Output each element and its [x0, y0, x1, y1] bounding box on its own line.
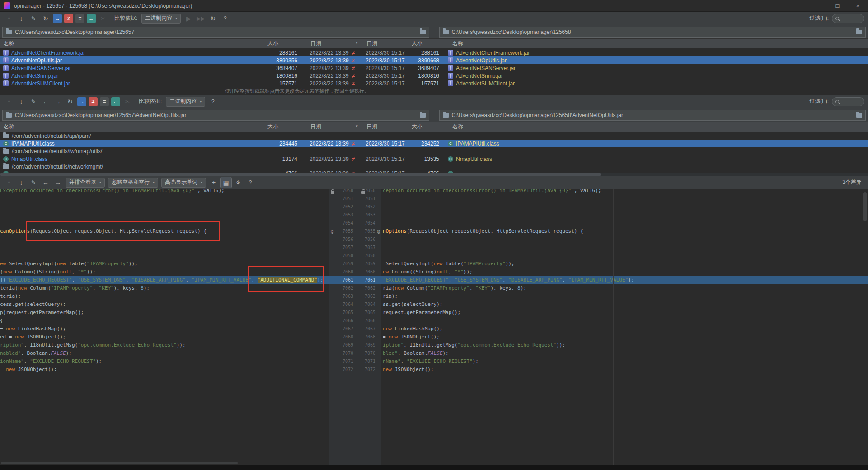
column-header-op[interactable]: * — [348, 122, 359, 132]
edit-icon[interactable]: ✎ — [28, 13, 39, 24]
prev-diff-button[interactable]: ↑ — [4, 177, 14, 188]
browse-folder-icon[interactable] — [856, 113, 862, 118]
minimize-button[interactable]: — — [807, 0, 827, 12]
table-row[interactable]: AdventNetSUMClient.jar 157571 2022/8/22 … — [0, 80, 868, 87]
column-header-name[interactable]: 名称 — [0, 122, 260, 132]
prev-diff-button[interactable]: ↑ — [4, 13, 14, 24]
diff-line[interactable]: = new LinkedHashMap(); 7067 7067 new Lin… — [0, 325, 868, 333]
filter-box[interactable] — [832, 97, 864, 106]
grid-view-icon[interactable]: ▦ — [221, 177, 231, 188]
equal-button[interactable]: = — [100, 97, 109, 106]
next-diff-button[interactable]: ↓ — [16, 13, 27, 24]
table-row[interactable]: CIPAMAPIUtil.class 234445 2022/8/22 13:3… — [0, 140, 868, 147]
next-diff-button[interactable]: ↓ — [16, 96, 27, 107]
next-diff-button[interactable]: ↓ — [16, 177, 27, 188]
left-dir-path-field[interactable]: C:\Users\qweasdzxc\Desktop\opmanager\125… — [2, 27, 429, 38]
column-header-name[interactable]: 名称 — [445, 39, 868, 48]
filter-input[interactable] — [841, 99, 861, 105]
copy-left-button[interactable]: ← — [87, 14, 96, 23]
diff-line[interactable]: ionName", "EXCLUDE_ECHO_REQUEST"); 7071 … — [0, 357, 868, 366]
scissors-icon[interactable]: ✂ — [98, 13, 108, 24]
apply-button[interactable]: ▶ — [183, 13, 194, 24]
edit-icon[interactable]: ✎ — [28, 96, 39, 107]
compare-mode-dropdown[interactable]: 二进制内容 ▾ — [166, 97, 205, 107]
compare-mode-dropdown[interactable]: 二进制内容 ▾ — [141, 14, 181, 24]
horizontal-scrollbar[interactable] — [1, 462, 238, 464]
help-button[interactable]: ? — [245, 177, 256, 188]
edit-icon[interactable]: ✎ — [28, 177, 39, 188]
diff-line[interactable]: 7057 7057 — [0, 244, 868, 252]
collapse-unchanged-icon[interactable]: ÷ — [208, 177, 219, 188]
diff-line[interactable]: nabled", Boolean.FALSE); 7070 7070 bled"… — [0, 349, 868, 357]
table-row[interactable]: AdventNetOpUtils.jar 3890356 2022/8/22 1… — [0, 56, 868, 64]
equal-button[interactable]: = — [75, 14, 84, 23]
prev-diff-button[interactable]: ↑ — [4, 96, 14, 107]
viewer-mode-dropdown[interactable]: 并排查看器 ▾ — [66, 178, 105, 188]
diff-line[interactable]: = new JSONObject(); 7072 7072 new JSONOb… — [0, 366, 868, 374]
diff-line[interactable]: ription", I18nUtil.getMsg("opu.common.Ex… — [0, 341, 868, 349]
not-equal-button[interactable]: ≠ — [64, 14, 73, 23]
diff-line[interactable]: teria); 7063 7063 ria); — [0, 292, 868, 301]
browse-folder-icon[interactable] — [420, 30, 426, 34]
column-header-size[interactable]: 大小 — [404, 122, 445, 132]
diff-line[interactable]: p)request.getParameterMap(); 7065 7065 r… — [0, 309, 868, 317]
maximize-button[interactable]: □ — [827, 0, 848, 12]
copy-right-button[interactable]: → — [77, 97, 86, 106]
column-header-name[interactable]: 名称 — [0, 39, 260, 48]
sync-icon[interactable]: ↻ — [207, 13, 218, 24]
filter-input[interactable] — [841, 15, 861, 22]
gear-icon[interactable]: ⚙ — [233, 177, 244, 188]
highlight-mode-dropdown[interactable]: 高亮显示单词 ▾ — [161, 178, 206, 188]
forward-button[interactable]: → — [52, 96, 63, 107]
refresh-icon[interactable]: ↻ — [65, 96, 75, 107]
diff-line[interactable]: Exception occurred in checkForAssError()… — [0, 189, 868, 195]
diff-line[interactable]: ]{"EXCLUDE_ECHO_REQUEST", "USE_SYSTEM_DN… — [0, 276, 868, 284]
column-header-name[interactable]: 名称 — [445, 122, 868, 132]
diff-line[interactable]: 7051 7051 — [0, 195, 868, 203]
table-row[interactable]: C 4766 2022/8/22 13:39 ≠ 2022/8/30 15:17… — [0, 170, 868, 173]
help-button[interactable]: ? — [220, 13, 230, 24]
help-button[interactable]: ? — [207, 96, 218, 107]
column-header-size[interactable]: 大小 — [260, 122, 303, 132]
not-equal-button[interactable]: ≠ — [89, 97, 98, 106]
copy-left-button[interactable]: ← — [111, 97, 120, 106]
whitespace-mode-dropdown[interactable]: 忽略空格和空行 ▾ — [108, 178, 158, 188]
column-header-date[interactable]: 日期 — [303, 122, 348, 132]
table-row[interactable]: AdventNetSnmp.jar 1800816 2022/8/22 13:3… — [0, 72, 868, 80]
diff-line[interactable]: ed = new JSONObject(); 7068 7068 = new J… — [0, 333, 868, 341]
column-header-date[interactable]: 日期 — [303, 39, 348, 48]
table-row[interactable]: AdventNetClientFramework.jar 288161 2022… — [0, 49, 868, 56]
close-button[interactable]: × — [848, 0, 868, 12]
directory-row[interactable]: /com/adventnet/netutils/fw/nmap/utils/ — [0, 147, 868, 155]
diff-line[interactable]: { 7066 7066 — [0, 317, 868, 325]
apply-all-button[interactable]: ▶▶ — [195, 13, 206, 24]
left-jar-path-field[interactable]: C:\Users\qweasdzxc\Desktop\opmanager\125… — [2, 110, 429, 121]
directory-row[interactable]: /com/adventnet/netutils/api/ipam/ — [0, 132, 868, 140]
copy-right-button[interactable]: → — [53, 14, 62, 23]
directory-row[interactable]: /com/adventnet/netutils/networkmgmt/ — [0, 163, 868, 170]
back-button[interactable]: ← — [40, 96, 51, 107]
browse-folder-icon[interactable] — [856, 30, 862, 34]
right-dir-path-field[interactable]: C:\Users\qweasdzxc\Desktop\opmanager\125… — [439, 27, 866, 38]
diff-line[interactable]: 7053 7053 — [0, 211, 868, 219]
column-header-size[interactable]: 大小 — [260, 39, 303, 48]
diff-line[interactable]: teria(new Column("IPAMProperty", "KEY"),… — [0, 284, 868, 292]
column-header-date[interactable]: 日期 — [359, 122, 404, 132]
right-jar-path-field[interactable]: C:\Users\qweasdzxc\Desktop\opmanager\125… — [439, 110, 866, 121]
table-row[interactable]: AdventNetSANServer.jar 3689407 2022/8/22… — [0, 64, 868, 72]
filter-box[interactable] — [832, 14, 864, 23]
column-header-size[interactable]: 大小 — [404, 39, 445, 48]
scissors-icon[interactable]: ✂ — [122, 96, 133, 107]
vertical-scrollbar[interactable] — [863, 192, 867, 221]
table-row[interactable]: CNmapUtil.class 13174 2022/8/22 13:39 ≠ … — [0, 155, 868, 163]
column-header-op[interactable]: * — [348, 39, 359, 48]
diff-line[interactable]: 7052 7052 — [0, 203, 868, 211]
browse-folder-icon[interactable] — [420, 113, 426, 118]
forward-button[interactable]: → — [52, 177, 63, 188]
diff-line[interactable]: 7058 7058 — [0, 252, 868, 260]
diff-line[interactable]: (new Column((String)null, "*")); 7060 70… — [0, 268, 868, 276]
column-header-date[interactable]: 日期 — [359, 39, 404, 48]
diff-line[interactable]: ew SelectQueryImpl(new Table("IPAMProper… — [0, 260, 868, 268]
refresh-icon[interactable]: ↻ — [40, 13, 51, 24]
diff-line[interactable]: cess.get(selectQuery); 7064 7064 ss.get(… — [0, 301, 868, 309]
